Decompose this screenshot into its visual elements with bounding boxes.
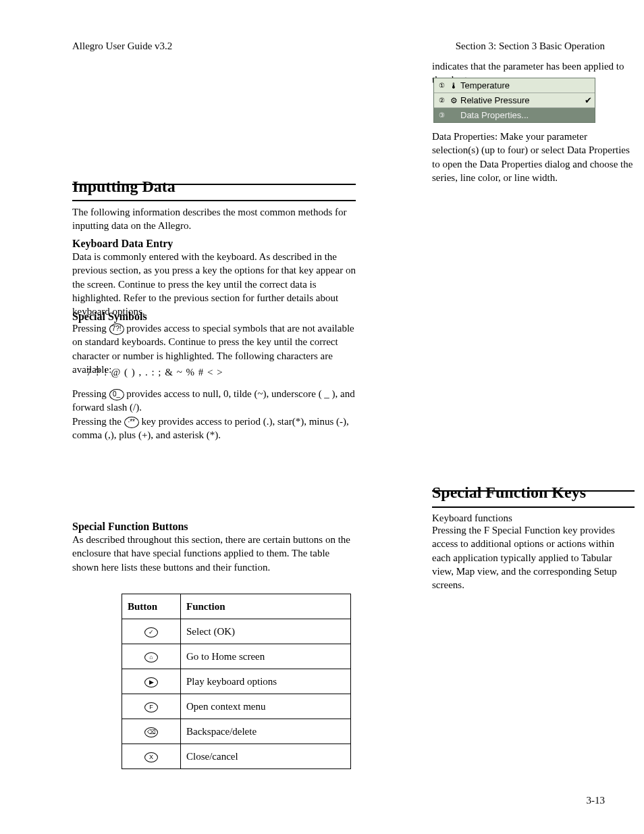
header-left: Allegro User Guide v3.2 — [72, 39, 172, 53]
menu-number-3: ③ — [437, 111, 446, 120]
menu-label: Temperature — [460, 80, 510, 90]
subhead-special-function-buttons: Special Function Buttons — [72, 519, 188, 534]
table-row: X Close/cancel — [122, 744, 351, 769]
table-row: F Open context menu — [122, 694, 351, 719]
cell-function: Backspace/delete — [181, 719, 351, 744]
special-symbols-body-2: Pressing 0_ provides access to null, 0, … — [72, 387, 356, 415]
context-menu: ① 🌡 Temperature ② ⚙ Relative Pressure ✔ … — [433, 78, 595, 123]
text: Pressing the — [72, 416, 124, 427]
text: Pressing — [72, 323, 109, 334]
text: Pressing — [72, 388, 109, 399]
th-button: Button — [122, 594, 181, 619]
function-buttons-table: Button Function ✓ Select (OK) ⌂ Go to Ho… — [122, 594, 351, 769]
cell-function: Select (OK) — [181, 619, 351, 644]
cancel-button-icon: X — [144, 752, 158, 762]
menu-label: Data Properties... — [460, 110, 529, 120]
intro-paragraph: The following information describes the … — [72, 205, 356, 233]
menu-item-temperature[interactable]: ① 🌡 Temperature — [434, 78, 595, 93]
table-row: ▶ Play keyboard options — [122, 669, 351, 694]
menu-number-1: ① — [437, 81, 446, 90]
backspace-button-icon: ⌫ — [144, 727, 158, 737]
table-header-row: Button Function — [122, 594, 351, 619]
symbol-list: 7 ? ! @ ( ) , . : ; & ~ % # < > — [86, 365, 223, 379]
key-7: 7?! — [109, 323, 124, 335]
home-button-icon: ⌂ — [144, 652, 158, 662]
menu-item-relative-pressure[interactable]: ② ⚙ Relative Pressure ✔ — [434, 93, 595, 108]
paragraph-data-properties: Data Properties: Make your parameter sel… — [432, 130, 635, 184]
keyboard-entry-body: Data is commonly entered with the keyboa… — [72, 250, 356, 318]
table-row: ✓ Select (OK) — [122, 619, 351, 644]
th-function: Function — [181, 594, 351, 619]
key-dot: ·** — [124, 417, 139, 428]
menu-label: Relative Pressure — [460, 95, 530, 105]
check-button-icon: ✓ — [144, 627, 158, 637]
subhead-keyboard-entry: Keyboard Data Entry — [72, 236, 173, 251]
cell-function: Play keyboard options — [181, 669, 351, 694]
menu-number-2: ② — [437, 96, 446, 105]
header-right: Section 3: Section 3 Basic Operation — [456, 39, 605, 53]
heading-inputting-data: Inputting Data — [72, 178, 176, 196]
table-row: ⌂ Go to Home screen — [122, 644, 351, 669]
special-function-keys-body: Pressing the F Special Function key prov… — [432, 523, 635, 592]
key-0: 0_ — [109, 389, 124, 400]
check-icon: ✔ — [585, 95, 592, 105]
menu-item-data-properties[interactable]: ③ Data Properties... — [434, 108, 595, 123]
thermometer-icon: 🌡 — [449, 81, 458, 90]
table-row: ⌫ Backspace/delete — [122, 719, 351, 744]
special-symbols-body-3: Pressing the ·** key provides access to … — [72, 415, 356, 442]
special-function-buttons-body: As described throughout this section, th… — [72, 533, 356, 574]
heading-special-function-keys: Special Function Keys — [432, 484, 586, 502]
cell-function: Close/cancel — [181, 744, 351, 769]
page-number: 3-13 — [587, 793, 606, 807]
f-button-icon: F — [144, 702, 158, 712]
cell-function: Open context menu — [181, 694, 351, 719]
cell-function: Go to Home screen — [181, 644, 351, 669]
gauge-icon: ⚙ — [449, 96, 458, 105]
play-button-icon: ▶ — [144, 677, 158, 687]
